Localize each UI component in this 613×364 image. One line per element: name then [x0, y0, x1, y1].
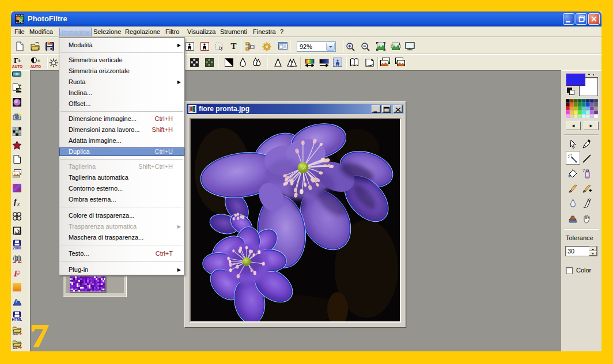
svg-text:HTML: HTML: [12, 317, 22, 321]
svg-text:T: T: [230, 41, 236, 51]
svg-text:F: F: [13, 269, 20, 278]
svg-text:AUTO: AUTO: [31, 65, 41, 69]
svg-text:GIF: GIF: [13, 332, 18, 336]
svg-text:GIF: GIF: [13, 346, 18, 350]
svg-text:AUTO: AUTO: [12, 65, 22, 69]
svg-text:2000: 2000: [13, 246, 21, 250]
svg-text:±: ±: [18, 58, 21, 63]
svg-text:±: ±: [37, 58, 40, 63]
svg-text:x: x: [17, 201, 20, 207]
